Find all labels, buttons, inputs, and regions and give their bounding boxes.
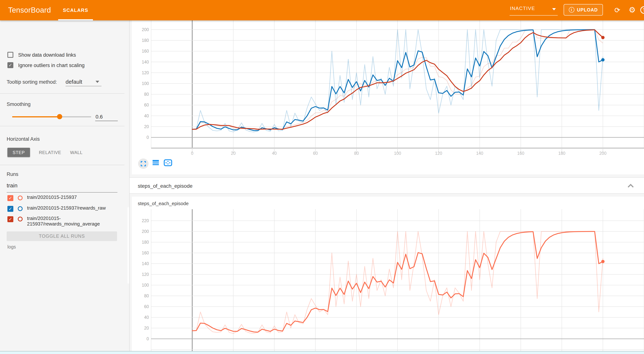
series-end-marker[interactable] [601,58,604,62]
run-label: train/20201015-215937/rewards_raw [27,206,120,211]
svg-text:60: 60 [144,304,149,309]
y-tick-labels: 020406080100120140160180200220 [142,218,149,341]
app-title: TensorBoard [8,6,51,14]
info-icon: i [569,7,574,12]
next-section-edge [0,351,644,354]
smoothing-label: Smoothing [7,102,30,107]
svg-text:80: 80 [144,294,149,298]
chevron-down-icon[interactable] [96,81,99,83]
tooltip-sorting-select[interactable]: default [66,78,82,85]
run-color-ring[interactable] [18,216,22,222]
svg-text:160: 160 [517,151,524,156]
vertical-gridlines [151,20,644,148]
svg-text:200: 200 [600,151,606,156]
run-checkbox[interactable]: ✓ [8,206,13,212]
svg-text:0: 0 [146,135,149,140]
toggle-all-runs-button[interactable]: TOGGLE ALL RUNS [7,232,117,241]
vertical-gridlines [151,209,644,351]
svg-text:40: 40 [144,114,149,118]
run-label: train/20201015-215937/rewards_moving_ave… [27,216,120,226]
rewards-chart-canvas[interactable]: 0204060801001201401601802000204060801001… [132,20,644,157]
svg-text:180: 180 [142,240,149,244]
smoothing-slider-fill [12,116,60,117]
run-filter-input[interactable] [7,182,118,188]
svg-text:120: 120 [142,70,149,75]
sidebar-scrollbar[interactable] [128,207,129,284]
run-checkbox[interactable]: ✓ [8,216,13,222]
svg-text:80: 80 [354,151,359,156]
run-row[interactable]: ✓train/20201015-215937/rewards_raw [8,206,123,212]
svg-text:160: 160 [142,49,149,54]
svg-text:200: 200 [142,229,149,234]
active-tab-indicator [58,19,93,20]
svg-text:20: 20 [144,124,149,129]
svg-text:0: 0 [146,336,149,341]
divider [0,93,124,94]
series-end-marker[interactable] [601,260,604,263]
tab-scalars[interactable]: SCALARS [58,0,93,20]
fit-domain-icon[interactable] [164,159,172,168]
svg-text:180: 180 [142,38,149,43]
smoothing-slider-thumb[interactable] [57,114,62,119]
horizontal-axis-label: Horizontal Axis [7,136,40,142]
svg-text:80: 80 [144,92,149,97]
run-color-ring[interactable] [18,196,22,200]
svg-text:20: 20 [144,326,149,330]
status-dropdown-underline [510,15,558,16]
settings-sidebar: Show data download links ✓Ignore outlier… [0,20,130,351]
ignore-outliers-checkbox[interactable]: ✓Ignore outliers in chart scaling [8,62,84,68]
chevron-up-icon[interactable] [627,184,634,188]
svg-text:100: 100 [142,81,149,86]
svg-text:140: 140 [476,151,483,156]
run-row[interactable]: ✓train/20201015-215937 [8,195,123,201]
help-icon[interactable]: ? [640,6,644,14]
svg-text:120: 120 [435,151,442,156]
gear-icon[interactable]: ⚙ [628,6,636,14]
horizontal-axis-button-group: STEPRELATIVEWALL [8,148,82,157]
smoothing-value-underline [95,121,118,121]
series-end-marker[interactable] [601,36,604,39]
refresh-icon[interactable]: ⟳ [613,6,622,14]
tab-scalars-label: SCALARS [63,8,88,13]
svg-text:140: 140 [142,261,149,266]
steps-chart-canvas[interactable]: 020406080100120140160180200220 [132,209,644,351]
run-checkbox[interactable]: ✓ [8,195,13,201]
svg-text:40: 40 [272,151,277,156]
upload-button-label: UPLOAD [577,7,598,12]
svg-text:40: 40 [144,315,149,320]
tooltip-sorting-label: Tooltip sorting method: [7,79,57,85]
axis-option-step[interactable]: STEP [8,148,30,157]
svg-text:120: 120 [142,272,149,277]
svg-text:180: 180 [558,151,565,156]
section-header-steps-of-each-episode[interactable]: steps_of_each_episode [130,177,644,194]
run-filter-underline [7,192,118,192]
svg-text:60: 60 [144,102,149,108]
checkbox-unchecked[interactable] [8,52,13,58]
chevron-down-icon[interactable] [552,8,556,10]
data-table-icon[interactable] [152,160,159,168]
status-dropdown[interactable]: INACTIVE [510,6,535,11]
section-title: steps_of_each_episode [138,178,192,194]
run-color-ring[interactable] [18,206,22,211]
tooltip-sorting-underline [66,86,102,86]
divider [0,165,124,165]
runs-heading: Runs [7,172,18,177]
upload-button[interactable]: i UPLOAD [564,4,603,16]
svg-text:60: 60 [313,151,318,156]
rewards-chart-card: 0204060801001201401601802000204060801001… [132,20,644,174]
svg-text:200: 200 [142,27,149,32]
x-tick-labels: 020406080100120140160180200 [191,151,606,156]
chart-title: steps_of_each_episode [138,201,189,206]
svg-text:160: 160 [142,250,149,255]
svg-text:0: 0 [191,151,194,156]
axis-option-wall[interactable]: WALL [70,148,83,157]
app-header: TensorBoard SCALARS INACTIVE i UPLOAD ⟳ … [0,0,644,20]
checkbox-label: Ignore outliers in chart scaling [18,62,84,68]
expand-chart-icon[interactable] [138,158,148,169]
checkbox-checked[interactable]: ✓ [8,62,13,68]
show-download-links-checkbox[interactable]: Show data download links [8,52,76,58]
smoothing-value: 0.6 [96,114,103,120]
run-row[interactable]: ✓train/20201015-215937/rewards_moving_av… [8,216,123,226]
axis-option-relative[interactable]: RELATIVE [39,148,61,157]
tensorboard-app: TensorBoard SCALARS INACTIVE i UPLOAD ⟳ … [0,0,644,354]
